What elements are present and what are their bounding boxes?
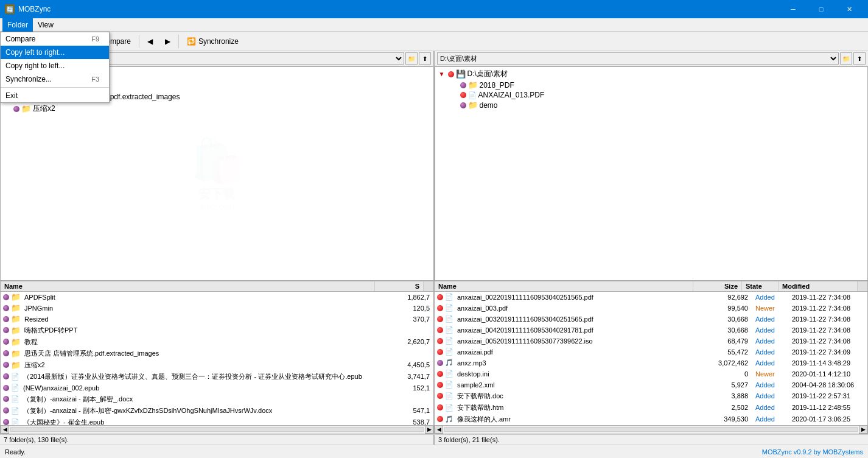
left-col-size[interactable]: S bbox=[375, 281, 424, 291]
toolbar-nav-left-button[interactable]: ◀ bbox=[142, 33, 158, 49]
right-file-row-6[interactable]: 🎵 anxz.mp3 3,072,462 Added 2019-11-14 3:… bbox=[435, 358, 867, 368]
folder-icon-glyph: 📁 bbox=[11, 303, 21, 312]
file-icon-glyph: 🎵 bbox=[445, 359, 453, 367]
tree-item-right-2[interactable]: 📄 ANXAIZAI_013.PDF bbox=[436, 90, 867, 100]
file-size: 120,5 bbox=[385, 304, 433, 312]
file-modified: 2019-11-22 7:34:09 bbox=[788, 348, 867, 356]
menu-copy-right-to-left[interactable]: Copy right to left... bbox=[1, 59, 109, 72]
file-icon-glyph: 🎵 bbox=[445, 415, 453, 423]
folder-glyph: 📁 bbox=[468, 100, 478, 110]
left-file-row-6[interactable]: 📁 压缩x2 4,450,5 bbox=[1, 359, 433, 371]
left-scrollbar-track[interactable] bbox=[10, 427, 424, 432]
tree-item-right-0[interactable]: ▼ 💾 D:\桌面\素材 bbox=[436, 68, 867, 80]
toolbar-nav-right-button[interactable]: ▶ bbox=[159, 33, 176, 49]
nav-left-icon: ◀ bbox=[147, 37, 153, 46]
right-file-row-1[interactable]: 📄 anxaizai_003.pdf 99,540 Newer 2019-11-… bbox=[435, 303, 867, 314]
file-icon-glyph: 📄 bbox=[445, 370, 453, 378]
right-path-up-button[interactable]: ⬆ bbox=[853, 52, 866, 65]
right-file-row-4[interactable]: 📄 anxaizai_00520191111160953077399622.is… bbox=[435, 336, 867, 347]
left-scroll-right[interactable]: ▶ bbox=[425, 425, 433, 434]
tree-item-left-3[interactable]: 📁 压缩x2 bbox=[2, 103, 432, 114]
right-file-row-5[interactable]: 📄 anxaizai.pdf 55,472 Added 2019-11-22 7… bbox=[435, 347, 867, 358]
file-size: 0 bbox=[703, 370, 752, 378]
left-file-row-0[interactable]: 📁 APDFSplit 1,862,7 bbox=[1, 292, 433, 303]
right-col-size[interactable]: Size bbox=[693, 281, 742, 291]
row-icon bbox=[3, 339, 9, 345]
left-file-row-9[interactable]: 📄 （复制）-anxaizai - 副本_解密_.docx bbox=[1, 393, 433, 405]
file-name: 嗨格式PDF转PPT bbox=[21, 325, 385, 336]
right-path-open-button[interactable]: 📁 bbox=[840, 52, 852, 65]
maximize-button[interactable]: □ bbox=[807, 0, 835, 18]
left-file-row-10[interactable]: 📄 （复制）-anxaizai - 副本-加密-gwxKZvfxDZhsSDsi… bbox=[1, 405, 433, 417]
right-file-row-3[interactable]: 📄 anxaizai_00420191111160953040291781.pd… bbox=[435, 325, 867, 336]
expand-icon[interactable]: ▼ bbox=[438, 70, 446, 79]
tree-item-right-1[interactable]: 📁 2018_PDF bbox=[436, 80, 867, 90]
nav-right-icon: ▶ bbox=[165, 37, 170, 46]
right-file-row-2[interactable]: 📄 anxaizai_00320191111160953040251565.pd… bbox=[435, 314, 867, 325]
left-file-row-8[interactable]: 📄 (NEW)anxaizai_002.epub 152,1 bbox=[1, 382, 433, 393]
tree-item-right-3[interactable]: 📁 demo bbox=[436, 100, 867, 110]
file-name: desktop.ini bbox=[453, 370, 703, 378]
left-file-row-1[interactable]: 📁 JPNGmin 120,5 bbox=[1, 303, 433, 314]
left-file-row-5[interactable]: 📁 思迅天店 店铺管理系统.pdf.extracted_images bbox=[1, 348, 433, 359]
menu-view[interactable]: View bbox=[33, 18, 58, 32]
menu-copy-left-to-right[interactable]: Copy left to right... bbox=[1, 46, 109, 59]
left-file-row-3[interactable]: 📁 嗨格式PDF转PPT bbox=[1, 325, 433, 336]
toolbar-synchronize-button[interactable]: 🔁 Synchronize bbox=[181, 33, 244, 49]
tree-item-label: demo bbox=[480, 101, 498, 110]
left-hscroll[interactable]: ◀ ▶ bbox=[1, 425, 433, 434]
close-button[interactable]: ✕ bbox=[835, 0, 863, 18]
right-file-row-11[interactable]: 🎵 像我这样的人.amr 349,530 Added 2020-01-17 3:… bbox=[435, 414, 867, 425]
folder-icon-glyph: 📁 bbox=[11, 361, 21, 370]
folder-icon bbox=[460, 82, 466, 88]
right-col-modified[interactable]: Modified bbox=[779, 281, 858, 291]
file-icon-glyph: 📄 bbox=[11, 384, 19, 392]
file-size bbox=[385, 353, 433, 354]
right-file-list-body[interactable]: 📄 anxaizai_00220191111160953040251565.pd… bbox=[435, 292, 867, 425]
right-file-row-10[interactable]: 📄 安下载帮助.htm 2,502 Added 2019-11-12 2:48:… bbox=[435, 402, 867, 414]
minimize-button[interactable]: ─ bbox=[779, 0, 807, 18]
file-icon-glyph: 📄 bbox=[445, 392, 453, 400]
right-file-row-8[interactable]: 📄 sample2.xml 5,927 Added 2004-04-28 18:… bbox=[435, 379, 867, 390]
left-file-row-11[interactable]: 📄 《大国秘史》- 崔金生.epub 538,7 bbox=[1, 417, 433, 425]
right-file-row-7[interactable]: 📄 desktop.ini 0 Newer 2020-01-11 4:12:10 bbox=[435, 368, 867, 379]
file-name: anxaizai_00420191111160953040291781.pdf bbox=[453, 326, 703, 334]
file-size: 547,1 bbox=[385, 406, 433, 415]
expand-icon bbox=[450, 101, 458, 110]
left-file-row-4[interactable]: 📁 教程 2,620,7 bbox=[1, 336, 433, 348]
tree-item-label: D:\桌面\素材 bbox=[467, 69, 508, 79]
left-file-row-7[interactable]: 📄 （2014最新版）证券业从业资格考试讲义、真题、预测三合一：证券投资分析 -… bbox=[1, 371, 433, 382]
menu-folder[interactable]: Folder bbox=[2, 18, 33, 32]
menu-synchronize[interactable]: Synchronize... F3 bbox=[1, 72, 109, 86]
row-icon bbox=[3, 407, 9, 414]
expand-icon bbox=[450, 91, 458, 99]
file-size: 538,7 bbox=[385, 418, 433, 425]
right-col-name[interactable]: Name bbox=[435, 281, 693, 291]
menu-compare[interactable]: Compare F9 bbox=[1, 32, 109, 46]
left-path-open-button[interactable]: 📁 bbox=[405, 52, 418, 65]
file-state: Added bbox=[752, 403, 788, 412]
right-file-row-9[interactable]: 📄 安下载帮助.doc 3,888 Added 2019-11-22 2:57:… bbox=[435, 390, 867, 402]
row-icon bbox=[437, 327, 443, 333]
row-icon bbox=[437, 305, 443, 311]
right-scrollbar-track[interactable] bbox=[444, 427, 858, 432]
right-hscroll[interactable]: ◀ ▶ bbox=[435, 425, 867, 434]
left-file-list-body[interactable]: 📁 APDFSplit 1,862,7 📁 JPNGmin 120,5 bbox=[1, 292, 433, 425]
right-col-state[interactable]: State bbox=[742, 281, 779, 291]
file-state: Newer bbox=[752, 304, 788, 312]
right-scroll-right[interactable]: ▶ bbox=[859, 425, 867, 434]
status-link[interactable]: MOBZync v0.9.2 by MOBZystems bbox=[762, 448, 863, 456]
menu-exit[interactable]: Exit bbox=[1, 89, 109, 102]
left-col-name[interactable]: Name bbox=[1, 281, 375, 291]
folder-icon-glyph: 📁 bbox=[11, 326, 21, 335]
right-scroll-left[interactable]: ◀ bbox=[435, 425, 443, 434]
file-state: Added bbox=[752, 381, 788, 389]
left-path-up-button[interactable]: ⬆ bbox=[419, 52, 431, 65]
left-file-row-2[interactable]: 📁 Resized 370,7 bbox=[1, 314, 433, 325]
file-icon-glyph: 📄 bbox=[11, 373, 19, 381]
right-path-dropdown[interactable]: D:\桌面\素材 bbox=[437, 52, 839, 65]
right-file-row-0[interactable]: 📄 anxaizai_00220191111160953040251565.pd… bbox=[435, 292, 867, 303]
row-icon bbox=[3, 327, 9, 333]
left-scroll-left[interactable]: ◀ bbox=[1, 425, 9, 434]
title-bar: 🔄 MOBZync ─ □ ✕ bbox=[0, 0, 868, 18]
